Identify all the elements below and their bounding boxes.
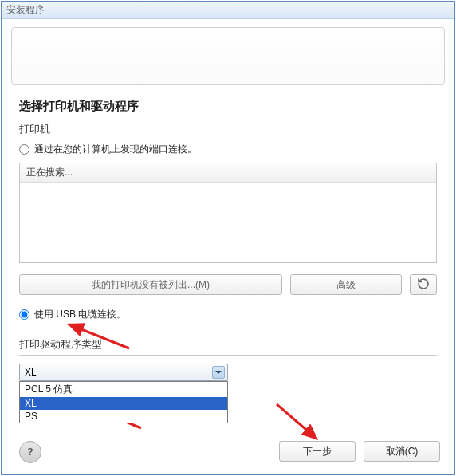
listbox-buttons: 我的打印机没有被列出...(M) 高级 (19, 274, 437, 295)
next-button[interactable]: 下一步 (279, 441, 356, 462)
installer-window: 安装程序 选择打印机和驱动程序 打印机 通过在您的计算机上发现的端口连接。 正在… (1, 1, 455, 475)
radio-port-label: 通过在您的计算机上发现的端口连接。 (34, 143, 197, 156)
listbox-body (20, 183, 436, 189)
help-button[interactable]: ? (19, 441, 41, 463)
dropdown-option-pcl5[interactable]: PCL 5 仿真 (20, 382, 227, 397)
help-icon: ? (27, 446, 33, 458)
radio-usb[interactable] (19, 309, 29, 320)
svg-line-2 (277, 404, 316, 439)
driver-dropdown[interactable]: PCL 5 仿真 XL PS (19, 381, 228, 423)
cancel-button[interactable]: 取消(C) (364, 441, 440, 462)
radio-port[interactable] (19, 144, 29, 155)
refresh-button[interactable] (410, 274, 437, 295)
printer-listbox[interactable]: 正在搜索... (19, 163, 437, 263)
driver-select-wrap: XL PCL 5 仿真 XL PS (19, 364, 228, 381)
radio-port-row[interactable]: 通过在您的计算机上发现的端口连接。 (19, 143, 437, 156)
driver-type-select[interactable]: XL (19, 364, 228, 381)
radio-usb-label: 使用 USB 电缆连接。 (34, 308, 126, 321)
titlebar: 安装程序 (2, 2, 454, 19)
content: 选择打印机和驱动程序 打印机 通过在您的计算机上发现的端口连接。 正在搜索...… (2, 85, 454, 381)
driver-type-label: 打印驱动程序类型 (19, 337, 437, 352)
radio-usb-row[interactable]: 使用 USB 电缆连接。 (19, 308, 437, 321)
chevron-down-icon (212, 366, 225, 379)
banner-area (2, 19, 454, 85)
printer-label: 打印机 (19, 122, 437, 136)
select-value: XL (25, 367, 37, 378)
footer-left: ? (19, 441, 41, 463)
banner (11, 27, 445, 85)
page-heading: 选择打印机和驱动程序 (19, 99, 437, 114)
dropdown-option-ps[interactable]: PS (20, 410, 227, 423)
not-listed-button[interactable]: 我的打印机没有被列出...(M) (19, 274, 282, 295)
advanced-button[interactable]: 高级 (290, 274, 402, 295)
dropdown-option-xl[interactable]: XL (20, 397, 227, 410)
window-title: 安装程序 (6, 3, 45, 17)
listbox-header: 正在搜索... (20, 163, 436, 183)
refresh-icon (417, 277, 430, 293)
divider (19, 355, 437, 356)
footer-buttons: 下一步 取消(C) (279, 441, 440, 462)
